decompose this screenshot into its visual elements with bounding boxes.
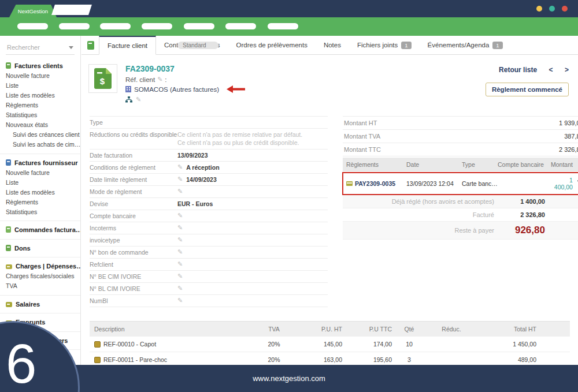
sidebar-item-icon <box>6 264 12 269</box>
payment-row[interactable]: PAY2309-0035 13/09/2023 12:04 Carte banc… <box>343 173 578 195</box>
edit-pencil-icon[interactable] <box>177 212 183 219</box>
red-dot-icon[interactable] <box>562 6 568 12</box>
hierarchy-icon[interactable] <box>125 96 132 103</box>
svg-text:$: $ <box>100 76 105 86</box>
edit-pencil-icon[interactable] <box>177 297 183 304</box>
detail-label: Refclient <box>90 261 177 268</box>
detail-value: A réception <box>186 164 219 171</box>
sidebar-item[interactable]: TVA <box>0 281 80 291</box>
sidebar-item[interactable]: Suivi les achats de cim… <box>0 140 80 150</box>
line-items-body: REF-00010 - Capot 20% 145,00 174,00 10 1… <box>90 337 570 365</box>
yellow-dot-icon[interactable] <box>536 6 542 12</box>
edit-pencil-icon[interactable] <box>177 176 183 182</box>
detail-row: invoicetype <box>90 234 328 247</box>
line-items-column-header: Réduc. <box>427 326 476 333</box>
nav-pill[interactable] <box>17 23 48 29</box>
amount-label: Montant HT <box>344 120 377 126</box>
tab[interactable]: Événements/Agenda 1 <box>420 36 511 54</box>
tab-label: Ordres de prélèvements <box>236 42 307 48</box>
tab[interactable]: Fichiers joints 1 <box>349 36 420 54</box>
sidebar-item[interactable]: Suivi des créances client <box>0 130 80 140</box>
prev-invoice-chevron[interactable]: < <box>549 66 553 74</box>
sidebar-item[interactable]: Dons <box>0 239 80 253</box>
payment-link[interactable]: PAY2309-0035 <box>355 180 395 187</box>
teal-dot-icon[interactable] <box>549 6 555 12</box>
sidebar-item[interactable]: Règlements <box>0 197 80 207</box>
edit-pencil-icon[interactable] <box>177 188 183 195</box>
edit-pencil-icon[interactable] <box>177 225 183 231</box>
sidebar-item[interactable]: Statistiques <box>0 110 80 120</box>
detail-row: Réductions ou crédits disponibles Ce cli… <box>90 129 328 150</box>
nav-pill[interactable] <box>59 23 90 29</box>
amounts-panel: Montant HT 1 939,00 € Montant TVA 387,80… <box>343 116 578 240</box>
next-invoice-chevron[interactable]: > <box>565 66 569 74</box>
detail-value-cell: 13/09/2023 <box>177 152 328 159</box>
sidebar-item[interactable]: Salaires <box>0 295 80 309</box>
edit-pencil-icon[interactable] <box>157 76 162 83</box>
sidebar-item[interactable]: Liste <box>0 177 80 187</box>
page-number: 6 <box>6 336 36 391</box>
sidebar-item[interactable]: Nouvelle facture <box>0 167 80 177</box>
sidebar-item[interactable]: Statistiques <box>0 207 80 216</box>
nav-pill[interactable] <box>268 23 298 29</box>
tab[interactable]: Ordres de prélèvements <box>228 36 316 54</box>
sidebar-item[interactable]: Règlements <box>0 100 80 110</box>
detail-value-cell <box>177 225 328 232</box>
edit-pencil-icon[interactable] <box>177 237 183 243</box>
summary-value: 2 326,80 <box>509 211 545 218</box>
back-to-list-link[interactable]: Retour liste <box>499 66 537 74</box>
nav-pill[interactable] <box>184 23 214 29</box>
footer-url[interactable]: www.nextgestion.com <box>253 374 325 383</box>
detail-label: Compte bancaire <box>90 212 177 219</box>
tab[interactable]: Facture client <box>99 36 156 55</box>
sidebar-item[interactable]: Nouveaux états <box>0 120 80 130</box>
detail-row: NumBl <box>90 295 328 307</box>
sidebar-item-label: Factures clients <box>14 62 63 69</box>
line-items-column-header: Qté <box>392 326 427 333</box>
sidebar-item-label: Commandes factura… <box>14 226 80 233</box>
tab-label: Fichiers joints <box>357 42 398 48</box>
client-name-link[interactable]: SOMACOS (Autres factures) <box>134 86 219 93</box>
edit-pencil-icon[interactable] <box>177 261 183 267</box>
item-ref-link[interactable]: REF-00011 - Pare-choc <box>103 356 167 363</box>
sidebar-item-label: Nouvelle facture <box>6 72 50 79</box>
title-bar: NextGestion <box>0 0 578 17</box>
tab-label: Événements/Agenda <box>428 42 490 48</box>
detail-row: N° bon de commande <box>90 247 328 259</box>
sidebar-item[interactable]: Factures fournisseur <box>0 154 80 168</box>
line-items-column-header: TVA <box>255 326 292 333</box>
nav-pill[interactable] <box>225 23 256 29</box>
search-placeholder: Rechercher <box>7 44 40 51</box>
detail-columns: Type Standard Réductions ou crédits disp… <box>81 116 578 307</box>
main-menu-bar <box>0 17 578 36</box>
edit-pencil-icon[interactable] <box>177 249 183 255</box>
red-arrow-annotation <box>227 85 245 93</box>
item-ref-link[interactable]: REF-00010 - Capot <box>103 341 156 348</box>
nav-pill[interactable] <box>142 23 172 29</box>
detail-label: Incoterms <box>90 225 177 232</box>
sidebar-item-label: Statistiques <box>6 208 37 215</box>
sidebar-item[interactable]: Factures clients <box>0 57 80 71</box>
item-description-cell: REF-00010 - Capot <box>94 341 255 348</box>
nav-pill[interactable] <box>100 23 131 29</box>
sidebar-item[interactable]: Liste des modèles <box>0 91 80 100</box>
brand-tab[interactable]: NextGestion <box>9 5 57 17</box>
edit-pencil-icon[interactable] <box>177 285 183 292</box>
product-icon <box>94 357 101 363</box>
sidebar-item[interactable]: Charges fiscales/sociales <box>0 271 80 281</box>
summary-value: 1 400,00 <box>509 198 545 205</box>
summary-label: Reste à payer <box>454 227 494 234</box>
sidebar-item[interactable]: Liste <box>0 81 80 91</box>
search-input[interactable]: Rechercher <box>6 42 75 55</box>
sidebar-item-label: Salaires <box>16 301 40 308</box>
sidebar-item[interactable]: Charges | Dépenses… <box>0 257 80 271</box>
tab[interactable]: Notes <box>316 36 349 54</box>
sidebar-item[interactable]: Liste des modèles <box>0 187 80 197</box>
edit-pencil-icon[interactable] <box>136 96 141 103</box>
sidebar-item[interactable]: Nouvelle facture <box>0 71 80 81</box>
line-items-header: DescriptionTVAP.U. HTP.U TTCQtéRéduc.Tot… <box>90 321 570 337</box>
sidebar-item[interactable]: Commandes factura… <box>0 221 80 235</box>
edit-pencil-icon[interactable] <box>177 273 183 279</box>
sidebar-item-label: Nouveaux états <box>6 121 48 128</box>
edit-pencil-icon[interactable] <box>177 164 183 170</box>
